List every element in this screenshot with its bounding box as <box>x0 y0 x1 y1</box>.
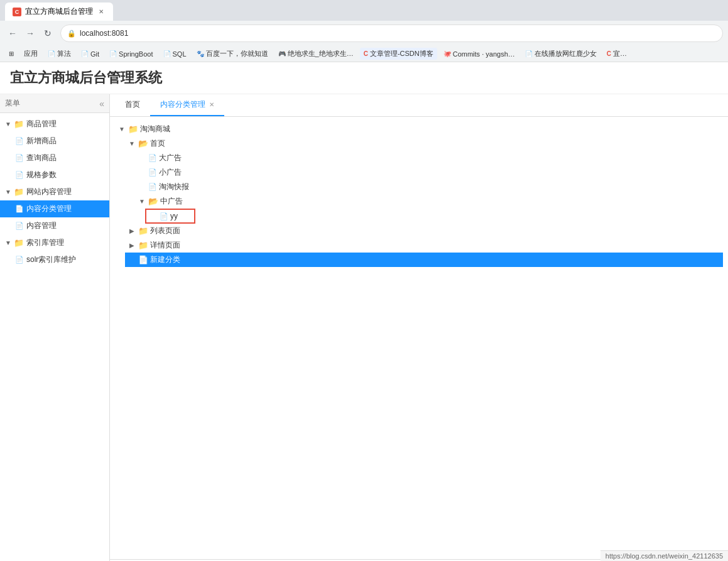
folder-icon: 📂 <box>138 139 148 148</box>
folder-icon: 📁 <box>14 119 24 129</box>
forward-button[interactable]: → <box>23 26 38 41</box>
spacer <box>128 256 136 264</box>
tree-node-label-list: 列表页面 <box>150 226 180 236</box>
doc-icon: 📄 <box>148 183 157 191</box>
main-layout: 菜单 « ▼ 📁 商品管理 📄 新增商品 📄 <box>0 94 728 561</box>
browser-tab[interactable]: C 宜立方商城后台管理 ✕ <box>5 3 113 21</box>
bookmark-label: SQL <box>173 50 187 58</box>
refresh-button[interactable]: ↻ <box>40 26 55 41</box>
apps-icon: ⊞ <box>9 50 14 57</box>
folder-icon: 📄 <box>109 50 117 57</box>
bookmark-yingyong[interactable]: 应用 <box>20 48 41 60</box>
tree-node-row-root[interactable]: ▼ 📁 淘淘商城 <box>115 122 723 136</box>
menu-group-products-title[interactable]: ▼ 📁 商品管理 <box>0 116 109 133</box>
bookmark-label: Commits · yangsh… <box>453 50 515 58</box>
tree-children-home: 📄 大广告 📄 小广告 📄 <box>125 151 723 224</box>
tree-node-row-bigad[interactable]: 📄 大广告 <box>135 151 723 165</box>
nav-buttons: ← → ↻ <box>5 26 55 41</box>
bookmark-sql[interactable]: 📄 SQL <box>160 49 190 59</box>
bookmark-label: 在线播放网红鹿少女 <box>535 49 597 58</box>
tree-node-row-midad[interactable]: ▼ 📂 中广告 <box>135 194 723 209</box>
content-tab-home[interactable]: 首页 <box>115 94 150 116</box>
bookmark-baidu[interactable]: 🐾 百度一下，你就知道 <box>193 48 272 60</box>
tree-node-row-smallad[interactable]: 📄 小广告 <box>135 165 723 180</box>
bookmark-label: 应用 <box>24 49 38 58</box>
menu-group-index-title[interactable]: ▼ 📁 索引库管理 <box>0 234 109 251</box>
spacer <box>149 212 158 221</box>
bookmark-label: 绝地求生_绝地求生… <box>288 49 354 58</box>
sidebar: 菜单 « ▼ 📁 商品管理 📄 新增商品 📄 <box>0 94 110 561</box>
bookmark-springboot[interactable]: 📄 SpringBoot <box>106 49 156 59</box>
doc-icon: 📄 <box>148 154 157 162</box>
tree-node-label-home: 首页 <box>150 138 165 149</box>
folder-icon: 📂 <box>148 197 158 206</box>
doc-icon: 📄 <box>15 205 24 213</box>
bookmark-label: 百度一下，你就知道 <box>206 49 268 58</box>
tree-node-row-list[interactable]: ▶ 📁 列表页面 <box>125 224 723 238</box>
tree-container: ▼ 📁 淘淘商城 ▼ 📂 首页 <box>110 117 728 559</box>
tree-node-label: 淘淘快报 <box>159 182 189 192</box>
sidebar-item-new-product[interactable]: 📄 新增商品 <box>0 133 109 150</box>
bookmark-label: 算法 <box>57 49 71 58</box>
spacer <box>138 183 146 192</box>
tree-toggle-icon[interactable]: ▼ <box>138 197 146 206</box>
bookmark-yili[interactable]: C 宜… <box>603 48 631 60</box>
tree-node-row-yy[interactable]: 📄 yy <box>145 209 195 224</box>
bottom-status-url: https://blog.csdn.net/weixin_42112635 <box>600 550 728 561</box>
tree-node-label-new-category: 新建分类 <box>150 254 180 265</box>
arrow-down-icon: ▼ <box>5 188 11 195</box>
sidebar-item-label: 新增商品 <box>26 136 57 146</box>
bookmark-apps[interactable]: ⊞ <box>5 49 18 58</box>
bookmark-git[interactable]: 📄 Git <box>77 49 103 59</box>
arrow-down-icon: ▼ <box>5 239 11 246</box>
tree-node-list: ▶ 📁 列表页面 <box>125 224 723 238</box>
bookmark-pubg[interactable]: 🎮 绝地求生_绝地求生… <box>274 48 357 60</box>
folder-icon: 📁 <box>128 124 138 134</box>
tree-toggle-icon[interactable]: ▶ <box>128 227 136 236</box>
doc-icon: 📄 <box>15 222 24 230</box>
sidebar-item-content-category[interactable]: 📄 内容分类管理 <box>0 200 109 217</box>
tab-favicon: C <box>13 8 21 16</box>
tree-node-row-detail[interactable]: ▶ 📁 详情页面 <box>125 238 723 253</box>
sidebar-item-label: solr索引库维护 <box>26 254 76 265</box>
bookmark-github[interactable]: 🐙 Commits · yangsh… <box>440 49 519 59</box>
menu-group-index-label: 索引库管理 <box>26 237 64 248</box>
sidebar-item-label: 查询商品 <box>26 153 57 163</box>
content-tab-home-label: 首页 <box>125 99 140 110</box>
sidebar-item-spec-params[interactable]: 📄 规格参数 <box>0 166 109 183</box>
tree-toggle-icon[interactable]: ▼ <box>117 125 126 134</box>
app-header: 宜立方商城后台管理系统 <box>0 62 728 94</box>
content-tab-close-icon[interactable]: ✕ <box>209 101 214 108</box>
back-button[interactable]: ← <box>5 26 20 41</box>
app-container: 宜立方商城后台管理系统 菜单 « ▼ 📁 商品管理 📄 <box>0 62 728 561</box>
tree-node-label-yy: yy <box>170 212 178 221</box>
folder-icon: 📁 <box>138 241 148 250</box>
menu-group-products: ▼ 📁 商品管理 📄 新增商品 📄 查询商品 📄 规格参数 <box>0 116 109 183</box>
content-area: 首页 内容分类管理 ✕ ▼ 📁 淘淘商城 <box>110 94 728 561</box>
tree-node-row-home[interactable]: ▼ 📂 首页 <box>125 136 723 151</box>
content-tab-category[interactable]: 内容分类管理 ✕ <box>150 94 224 116</box>
sidebar-item-query-product[interactable]: 📄 查询商品 <box>0 150 109 166</box>
folder-icon: 📄 <box>163 50 171 57</box>
menu-group-content-title[interactable]: ▼ 📁 网站内容管理 <box>0 183 109 200</box>
bookmark-csdn[interactable]: C 文章管理-CSDN博客 <box>360 48 437 60</box>
sidebar-item-content-manage[interactable]: 📄 内容管理 <box>0 217 109 234</box>
bookmark-suanfa[interactable]: 📄 算法 <box>44 48 75 60</box>
sidebar-item-solr[interactable]: 📄 solr索引库维护 <box>0 251 109 268</box>
tree-node-row-news[interactable]: 📄 淘淘快报 <box>135 180 723 194</box>
tree-node-label-root: 淘淘商城 <box>140 124 170 134</box>
tab-close-button[interactable]: ✕ <box>97 8 106 16</box>
tree-node-row-new-category[interactable]: 📄 新建分类 <box>125 253 723 267</box>
github-icon: 🐙 <box>443 50 451 57</box>
doc-icon: 📄 <box>15 256 24 264</box>
bookmarks-bar: ⊞ 应用 📄 算法 📄 Git 📄 SpringBoot 📄 SQL 🐾 百度一… <box>0 46 728 62</box>
address-bar[interactable]: 🔒 localhost:8081 <box>60 25 723 42</box>
sidebar-label: 菜单 <box>5 98 20 109</box>
spacer <box>138 168 146 177</box>
tree-toggle-icon[interactable]: ▼ <box>128 139 136 148</box>
sidebar-collapse-button[interactable]: « <box>99 99 104 109</box>
tree-toggle-icon[interactable]: ▶ <box>128 241 136 250</box>
bookmark-label: 文章管理-CSDN博客 <box>370 49 433 58</box>
bookmark-video[interactable]: 📄 在线播放网红鹿少女 <box>521 48 600 60</box>
content-tab-category-label: 内容分类管理 <box>160 99 205 110</box>
